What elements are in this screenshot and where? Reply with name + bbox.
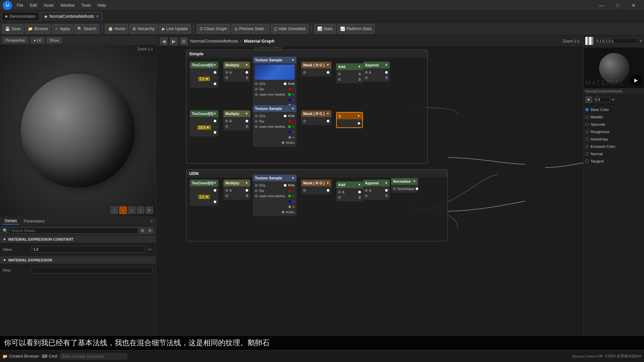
close-button[interactable]: ✕	[626, 0, 641, 11]
node-texcoord-2[interactable]: TexCoord[0] ▼ 18.9 ▼	[190, 110, 218, 136]
dropdown-icon[interactable]: ▼	[326, 63, 329, 67]
clean-graph-button[interactable]: ⊡ Clean Graph	[197, 24, 230, 34]
dropdown-icon[interactable]: ▼	[245, 63, 248, 67]
vp-tool-3[interactable]: □	[128, 206, 136, 214]
cmd-button[interactable]: ⌨ Cmd	[42, 354, 57, 359]
breadcrumb-root[interactable]: NormalCombineMethods	[190, 39, 238, 44]
hierarchy-button[interactable]: ⊞ Hierarchy	[129, 24, 157, 34]
home-button[interactable]: 🏠 Home	[105, 24, 128, 34]
settings-icon[interactable]: ⚙	[147, 228, 153, 234]
color-dropdown-icon[interactable]: ▼	[639, 39, 643, 43]
node-add-1[interactable]: Add ▼ A B	[336, 63, 363, 83]
node-multiply-1[interactable]: Multiply ▼ A B	[223, 62, 250, 82]
dropdown-icon[interactable]: ▼	[291, 176, 294, 180]
vp-tool-1[interactable]: □	[111, 206, 118, 214]
anisotropy-connector[interactable]	[585, 137, 589, 141]
node-append-2[interactable]: Append ▼ A B	[363, 180, 390, 200]
grid-view-icon[interactable]: ⊞	[140, 228, 146, 234]
console-input[interactable]	[60, 353, 127, 359]
node-texcoord-3[interactable]: TexCoord[0] ▼ 2.1 ▼	[190, 180, 218, 206]
minimize-button[interactable]: —	[594, 0, 609, 11]
nav-forward-button[interactable]: ▶	[170, 38, 177, 45]
mat-expression-header[interactable]: ▼ MATERIAL EXPRESSION	[0, 256, 156, 264]
maximize-button[interactable]: □	[610, 0, 625, 11]
node-value[interactable]: 18.9 ▼	[197, 125, 211, 130]
hide-unrelated-button[interactable]: ◫ Hide Unrelated	[271, 24, 309, 34]
tab-close-icon[interactable]: ✕	[96, 14, 99, 18]
preview-state-button[interactable]: ◎ Preview State ,	[231, 24, 269, 34]
dropdown-icon[interactable]: ▼	[357, 114, 360, 118]
dropdown-icon[interactable]: ▼	[358, 65, 361, 68]
content-browser-button[interactable]: 📂 Content Browser	[3, 354, 39, 359]
dropdown-icon[interactable]: ▼	[385, 63, 388, 67]
color-value-input[interactable]	[595, 38, 638, 44]
menu-window[interactable]: Window	[59, 2, 76, 8]
menu-tools[interactable]: Tools	[80, 2, 92, 8]
node-mask-rg-3[interactable]: Mask ( R G ) ▼	[301, 180, 331, 194]
mat-expression-constant-header[interactable]: ▼ MATERIAL EXPRESSION CONSTANT	[0, 235, 156, 243]
dropdown-icon[interactable]: ▼	[213, 112, 216, 115]
viewport-mode-button[interactable]: Perspective	[3, 37, 28, 43]
dropdown-icon[interactable]: ▼	[326, 181, 329, 185]
desc-input[interactable]	[32, 267, 153, 274]
metallic-connector[interactable]	[585, 115, 589, 119]
dropdown-icon[interactable]: ▼	[413, 180, 416, 183]
vp-tool-2[interactable]: ○	[119, 206, 127, 214]
roughness-connector[interactable]	[585, 130, 589, 133]
node-const-1[interactable]: 1 ▼	[336, 112, 363, 128]
search-details-input[interactable]	[9, 228, 138, 234]
dropdown-icon[interactable]: ▼	[291, 58, 294, 62]
tangent-connector[interactable]	[585, 160, 589, 163]
apply-button[interactable]: ✓ Apply	[52, 24, 73, 34]
save-button[interactable]: 💾 Save	[2, 24, 23, 34]
roughness-dropdown[interactable]: ▼	[611, 98, 615, 102]
tab-details[interactable]: Details	[3, 218, 19, 225]
search-button[interactable]: 🔍 Search	[74, 24, 99, 34]
tab-parameters[interactable]: Parameters	[22, 218, 47, 224]
nav-back-button[interactable]: ◀	[160, 38, 167, 45]
node-mask-rg-2[interactable]: Mask ( R G ) ▼	[301, 110, 331, 125]
dropdown-icon[interactable]: ▼	[358, 183, 361, 186]
vp-tool-5[interactable]: ↻	[146, 206, 153, 214]
nav-grid-button[interactable]: ⊞	[180, 38, 187, 45]
node-add-2[interactable]: Add ▼ A B	[336, 181, 363, 201]
viewport-view-button[interactable]: ● Lit	[31, 37, 44, 43]
tab-material[interactable]: ◈ NormalCombineMethods ✕	[41, 12, 102, 21]
emissive-color-connector[interactable]	[585, 145, 589, 148]
node-texcoord-1[interactable]: TexCoord[0] ▼ 2.1 ▼	[190, 62, 218, 88]
menu-edit[interactable]: Edit	[29, 2, 38, 8]
normal-connector[interactable]	[585, 152, 589, 156]
node-normalize-1[interactable]: Normalize ▼ VectorInput	[391, 178, 418, 193]
node-multiply-3[interactable]: Multiply ▼ A B	[223, 180, 250, 200]
menu-help[interactable]: Help	[96, 2, 107, 8]
viewport-show-button[interactable]: Show	[47, 37, 62, 43]
tab-demonstration[interactable]: ■ Demonstration	[1, 12, 39, 21]
reset-value-button[interactable]: ↩	[147, 246, 153, 252]
menu-file[interactable]: File	[15, 2, 24, 8]
node-multiply-2[interactable]: Multiply ▼ A B	[223, 110, 250, 130]
details-close-icon[interactable]: ✕	[150, 219, 153, 223]
play-button[interactable]: ▶	[631, 75, 641, 85]
platform-stats-button[interactable]: 📈 Platform Stats	[337, 24, 375, 34]
dropdown-icon[interactable]: ▼	[213, 181, 216, 185]
node-value[interactable]: 2.1 ▼	[198, 195, 210, 199]
node-tex-sample-2[interactable]: Texture Sample ▼ UVs RGB Tex	[253, 105, 297, 147]
node-mask-rg-1[interactable]: Mask ( R G ) ▼	[301, 62, 331, 76]
dropdown-icon[interactable]: ▼	[385, 181, 388, 185]
stats-button[interactable]: 📊 Stats	[314, 24, 336, 34]
live-update-button[interactable]: ▶ Live Update	[159, 24, 191, 34]
menu-asset[interactable]: Asset	[42, 2, 55, 8]
roughness-value-input[interactable]	[593, 97, 610, 102]
dropdown-icon[interactable]: ▼	[291, 107, 294, 110]
dropdown-icon[interactable]: ▼	[245, 112, 248, 115]
base-color-connector[interactable]	[585, 108, 589, 111]
dropdown-icon[interactable]: ▼	[245, 181, 248, 185]
browse-button[interactable]: 📁 Browse	[25, 24, 51, 34]
dropdown-icon[interactable]: ▼	[326, 112, 329, 115]
node-value[interactable]: 2.1 ▼	[198, 77, 210, 81]
value-input[interactable]	[32, 246, 145, 253]
node-tex-sample-3[interactable]: Texture Sample ▼ UVs RGB Tex	[253, 175, 297, 216]
specular-connector[interactable]	[585, 123, 589, 126]
ng-canvas[interactable]: Simple TexCoord[0] ▼ 2.1 ▼	[156, 47, 584, 350]
dropdown-icon[interactable]: ▼	[213, 63, 216, 67]
